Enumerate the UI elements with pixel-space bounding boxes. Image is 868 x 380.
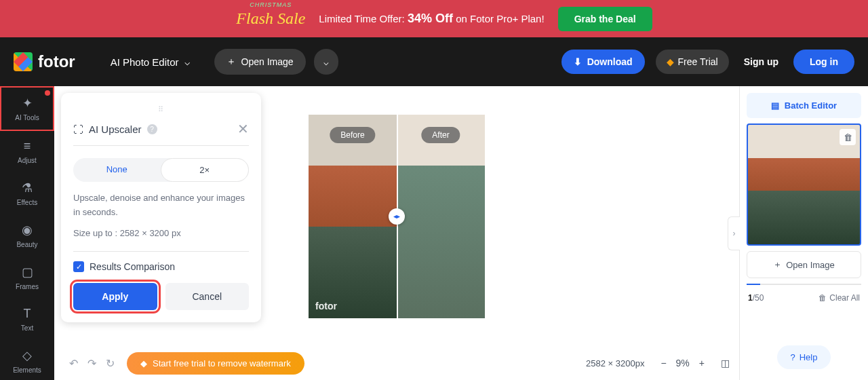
plus-icon: ＋ [226, 56, 236, 68]
results-comparison-checkbox[interactable]: ✓ Results Comparison [73, 251, 249, 272]
sidebar-item-effects[interactable]: ⚗ Effects [0, 172, 54, 214]
sidebar-item-frames[interactable]: ▢ Frames [0, 256, 54, 299]
undo-icon[interactable]: ↶ [69, 357, 78, 370]
editor-mode-dropdown[interactable]: AI Photo Editor [101, 51, 199, 73]
trash-icon: 🗑 [844, 132, 852, 142]
redo-icon[interactable]: ↷ [87, 357, 96, 370]
image-dimensions: 2582 × 3200px [576, 358, 654, 368]
delete-thumbnail-button[interactable]: 🗑 [840, 129, 856, 145]
sidebar-item-ai-tools[interactable]: ✦ AI Tools [0, 86, 54, 131]
sliders-icon: ≡ [24, 139, 31, 153]
sign-up-link[interactable]: Sign up [744, 56, 778, 67]
log-in-button[interactable]: Log in [793, 50, 854, 74]
topbar: fotor AI Photo Editor ＋ Open Image ⌵ ⬇ D… [0, 37, 868, 86]
apply-button[interactable]: Apply [73, 283, 157, 310]
download-button[interactable]: ⬇ Download [561, 50, 645, 74]
comparison-image[interactable]: Before After ◂▸ fotor [309, 115, 485, 318]
cancel-button[interactable]: Cancel [165, 283, 250, 310]
chevron-down-icon: ⌵ [323, 57, 329, 67]
image-count: 1/50 [748, 293, 764, 303]
collapse-panel-button[interactable]: › [728, 216, 740, 250]
thumbnail[interactable]: 🗑 [747, 124, 861, 246]
sidebar-item-text[interactable]: T Text [0, 299, 54, 340]
sidebar-item-beauty[interactable]: ◉ Beauty [0, 214, 54, 256]
scale-option-2x[interactable]: 2× [161, 158, 250, 182]
scale-options: None 2× [73, 158, 249, 182]
open-image-dropdown[interactable]: ⌵ [314, 49, 338, 75]
help-button[interactable]: ? Help [777, 345, 831, 369]
trash-icon: 🗑 [818, 293, 827, 303]
history-controls: ↶ ↷ ↻ [64, 357, 120, 370]
offer-text: Limited Time Offer: 34% Off on Fotor Pro… [319, 12, 544, 26]
watermark: fotor [315, 301, 337, 311]
zoom-out-icon[interactable]: − [660, 358, 666, 368]
right-panel: › ▤ Batch Editor 🗑 ＋ Open Image 1/50 🗑 C… [739, 86, 868, 380]
after-label: After [421, 127, 460, 143]
zoom-level: 9% [676, 358, 690, 368]
diamond-icon: ◆ [667, 56, 674, 67]
before-label: Before [330, 127, 375, 143]
plus-icon: ＋ [773, 259, 782, 271]
zoom-controls: − 9% + ◫ [660, 358, 730, 368]
flask-icon: ⚗ [22, 180, 33, 195]
close-icon[interactable]: ✕ [237, 121, 249, 137]
diamond-icon: ◆ [140, 358, 147, 368]
checkbox-icon: ✓ [73, 261, 84, 272]
panel-description: Upscale, denoise and enhance your images… [73, 191, 249, 220]
open-image-button[interactable]: ＋ Open Image [214, 49, 306, 75]
zoom-in-icon[interactable]: + [699, 358, 705, 368]
logo-text: fotor [38, 52, 75, 71]
image-count-row: 1/50 🗑 Clear All [747, 290, 861, 305]
bottom-toolbar: ↶ ↷ ↻ ◆ Start free trial to remove water… [54, 346, 739, 380]
open-image-right-button[interactable]: ＋ Open Image [747, 251, 861, 278]
batch-editor-button[interactable]: ▤ Batch Editor [747, 93, 861, 118]
shapes-icon: ◇ [22, 348, 32, 363]
grab-deal-button[interactable]: Grab the Deal [558, 7, 652, 31]
tool-sidebar: ✦ AI Tools ≡ Adjust ⚗ Effects ◉ Beauty ▢… [0, 86, 54, 380]
chevron-right-icon: › [733, 229, 736, 238]
trial-watermark-banner[interactable]: ◆ Start free trial to remove watermark [127, 352, 304, 375]
sparkle-icon: ✦ [22, 96, 33, 111]
free-trial-button[interactable]: ◆ Free Trial [656, 50, 729, 74]
logo[interactable]: fotor [14, 52, 75, 71]
comparison-slider-handle[interactable]: ◂▸ [389, 208, 405, 225]
logo-icon [14, 52, 33, 71]
after-image: After [397, 115, 485, 318]
expand-icon: ⛶ [73, 124, 83, 135]
clear-all-button[interactable]: 🗑 Clear All [818, 293, 860, 303]
fit-screen-icon[interactable]: ◫ [721, 358, 730, 368]
promo-banner: Flash Sale Limited Time Offer: 34% Off o… [0, 0, 868, 37]
drag-handle-icon[interactable]: ⠿ [73, 105, 249, 114]
help-icon[interactable]: ? [147, 124, 157, 134]
download-icon: ⬇ [574, 56, 582, 67]
sale-headline: Flash Sale [236, 10, 305, 28]
before-image: Before [309, 115, 397, 318]
frame-icon: ▢ [22, 265, 33, 280]
image-count-progress [747, 284, 861, 285]
sidebar-item-adjust[interactable]: ≡ Adjust [0, 131, 54, 172]
text-icon: T [24, 307, 31, 321]
upscaler-panel: ⠿ ⛶ AI Upscaler ? ✕ None 2× Upscale, den… [61, 93, 261, 322]
sidebar-item-elements[interactable]: ◇ Elements [0, 340, 54, 380]
help-circle-icon: ? [791, 352, 795, 362]
canvas-area: ⠿ ⛶ AI Upscaler ? ✕ None 2× Upscale, den… [54, 86, 739, 380]
panel-title: ⛶ AI Upscaler ? [73, 124, 157, 135]
eye-icon: ◉ [22, 223, 33, 238]
scale-option-none[interactable]: None [73, 158, 161, 182]
panel-size-info: Size up to : 2582 × 3200 px [73, 227, 249, 241]
workspace: ✦ AI Tools ≡ Adjust ⚗ Effects ◉ Beauty ▢… [0, 86, 868, 380]
reset-icon[interactable]: ↻ [106, 357, 115, 370]
batch-icon: ▤ [771, 100, 779, 111]
